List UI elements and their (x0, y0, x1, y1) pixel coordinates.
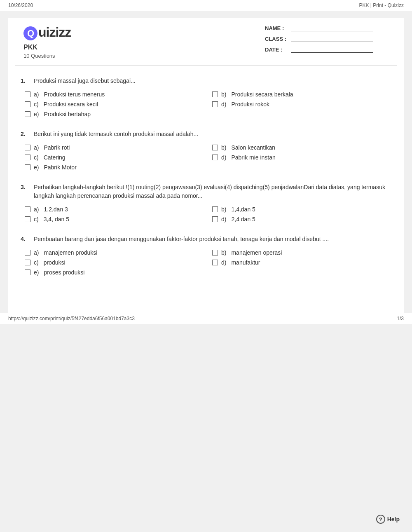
option-2a: a) Pabrik roti (25, 144, 204, 151)
logo-area: Quizizz PKK 10 Questions (23, 25, 71, 59)
question-num-2: 2. (21, 130, 29, 138)
option-text-2b: Salon kecantikan (231, 144, 275, 151)
checkbox-1e[interactable] (25, 111, 30, 117)
letter-2a: a) (34, 144, 39, 151)
checkbox-3d[interactable] (212, 216, 218, 222)
checkbox-4c[interactable] (25, 260, 30, 265)
form-fields: NAME : CLASS : DATE : (265, 25, 389, 53)
header-box: Quizizz PKK 10 Questions NAME : CLASS : … (15, 18, 397, 66)
letter-2d: d) (221, 154, 226, 161)
option-text-2c: Catering (44, 154, 66, 161)
letter-3b: b) (221, 206, 226, 213)
question-body-3: Perhatikan langkah-langkah berikut !(1) … (34, 183, 391, 200)
class-label: CLASS : (265, 36, 288, 42)
letter-1c: c) (34, 101, 39, 108)
question-block-2: 2. Berikut ini yang tidak termasuk conto… (21, 130, 391, 171)
logo-text: uizizz (38, 25, 71, 40)
checkbox-4b[interactable] (212, 250, 218, 255)
letter-1d: d) (221, 101, 226, 108)
letter-3a: a) (34, 206, 39, 213)
option-text-2d: Pabrik mie instan (231, 154, 275, 161)
letter-4a: a) (34, 249, 39, 256)
checkbox-1d[interactable] (212, 101, 218, 107)
name-field-row: NAME : (265, 25, 389, 31)
option-3c: c) 3,4, dan 5 (25, 216, 204, 223)
top-bar: 10/26/2020 PKK | Print - Quizizz (0, 0, 412, 11)
name-label: NAME : (265, 25, 288, 31)
letter-3c: c) (34, 216, 39, 223)
question-num-3: 3. (21, 183, 29, 200)
option-3a: a) 1,2,dan 3 (25, 206, 204, 213)
option-text-2e: Pabrik Motor (44, 164, 76, 171)
option-text-3c: 3,4, dan 5 (44, 216, 69, 223)
question-num-4: 4. (21, 235, 29, 244)
letter-3d: d) (221, 216, 226, 223)
letter-1a: a) (34, 91, 39, 98)
class-field-row: CLASS : (265, 35, 389, 42)
bottom-page-num: 1/3 (397, 316, 404, 321)
quiz-question-count: 10 Questions (23, 53, 71, 59)
checkbox-3b[interactable] (212, 206, 218, 212)
option-text-4c: produksi (44, 259, 66, 266)
question-block-1: 1. Produksi massal juga disebut sebagai.… (21, 77, 391, 117)
top-bar-title: PKK | Print - Quizizz (359, 2, 404, 8)
date-input[interactable] (291, 46, 373, 53)
question-block-3: 3. Perhatikan langkah-langkah berikut !(… (21, 183, 391, 223)
checkbox-4e[interactable] (25, 270, 30, 275)
question-text-1: 1. Produksi massal juga disebut sebagai.… (21, 77, 391, 85)
option-4a: a) manajemen produksi (25, 249, 204, 256)
date-label: DATE : (265, 47, 288, 53)
quiz-title: PKK (23, 44, 71, 51)
options-grid-1: a) Produksi terus menerus b) Produksi se… (25, 91, 391, 117)
option-text-1e: Produksi bertahap (44, 111, 91, 117)
letter-2b: b) (221, 144, 226, 151)
content-area: 1. Produksi massal juga disebut sebagai.… (8, 73, 404, 313)
question-text-2: 2. Berikut ini yang tidak termasuk conto… (21, 130, 391, 138)
option-text-3b: 1,4,dan 5 (231, 206, 255, 213)
letter-1e: e) (34, 111, 39, 117)
logo: Quizizz (23, 25, 71, 40)
option-4b: b) manajemen operasi (212, 249, 391, 256)
bottom-bar: https://quizizz.com/print/quiz/5f427edda… (0, 313, 412, 324)
option-text-1c: Produksi secara kecil (44, 101, 98, 108)
question-text-3: 3. Perhatikan langkah-langkah berikut !(… (21, 183, 391, 200)
checkbox-4d[interactable] (212, 260, 218, 265)
checkbox-1c[interactable] (25, 101, 30, 107)
letter-1b: b) (221, 91, 226, 98)
letter-4c: c) (34, 259, 39, 266)
letter-2e: e) (34, 164, 39, 171)
top-bar-date: 10/26/2020 (8, 2, 33, 8)
name-input[interactable] (291, 25, 373, 31)
option-text-4e: proses produksi (44, 269, 84, 276)
question-text-4: 4. Pembuatan barang dan jasa dengan meng… (21, 235, 391, 244)
option-text-3d: 2,4 dan 5 (231, 216, 255, 223)
option-2d: d) Pabrik mie instan (212, 154, 391, 161)
checkbox-3a[interactable] (25, 206, 30, 212)
checkbox-2a[interactable] (25, 145, 30, 150)
option-3b: b) 1,4,dan 5 (212, 206, 391, 213)
options-grid-4: a) manajemen produksi b) manajemen opera… (25, 249, 391, 276)
question-body-4: Pembuatan barang dan jasa dengan menggun… (34, 235, 329, 244)
checkbox-2e[interactable] (25, 164, 30, 170)
option-text-3a: 1,2,dan 3 (44, 206, 68, 213)
class-input[interactable] (291, 35, 373, 42)
option-2b: b) Salon kecantikan (212, 144, 391, 151)
question-body-2: Berikut ini yang tidak termasuk contoh p… (34, 130, 198, 138)
letter-2c: c) (34, 154, 39, 161)
checkbox-2c[interactable] (25, 155, 30, 160)
checkbox-4a[interactable] (25, 250, 30, 255)
option-4e: e) proses produksi (25, 269, 391, 276)
checkbox-2b[interactable] (212, 145, 218, 150)
letter-4d: d) (221, 259, 226, 266)
date-field-row: DATE : (265, 46, 389, 53)
checkbox-2d[interactable] (212, 155, 218, 160)
options-grid-3: a) 1,2,dan 3 b) 1,4,dan 5 c) 3,4, dan 5 … (25, 206, 391, 223)
bottom-url: https://quizizz.com/print/quiz/5f427edda… (8, 316, 135, 321)
option-1c: c) Produksi secara kecil (25, 101, 204, 108)
checkbox-1a[interactable] (25, 91, 30, 97)
question-body-1: Produksi massal juga disebut sebagai... (34, 77, 136, 85)
checkbox-1b[interactable] (212, 91, 218, 97)
checkbox-3c[interactable] (25, 216, 30, 222)
option-2e: e) Pabrik Motor (25, 164, 391, 171)
option-text-2a: Pabrik roti (44, 144, 70, 151)
